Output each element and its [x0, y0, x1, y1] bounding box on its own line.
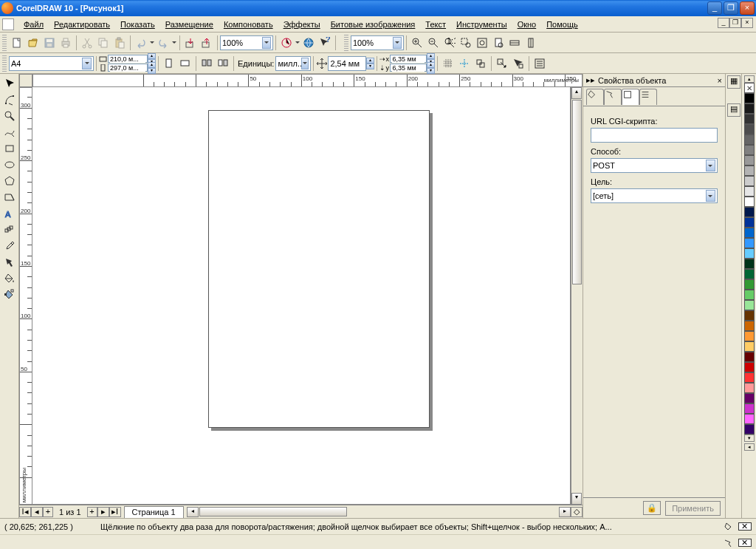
pages-current-button[interactable]	[215, 55, 231, 72]
toolbar-handle-2[interactable]	[344, 35, 348, 51]
color-swatch-32[interactable]	[744, 424, 755, 434]
redo-dropdown[interactable]	[171, 35, 177, 51]
menu-file[interactable]: Файл	[18, 18, 49, 30]
zoom-fit-button[interactable]	[474, 35, 490, 51]
toolbar-handle[interactable]	[2, 35, 7, 51]
docker-title-bar[interactable]: ▸▸ Свойства объекта ×	[583, 74, 725, 87]
new-button[interactable]	[9, 35, 25, 51]
minimize-button[interactable]: _	[707, 1, 722, 15]
menu-view[interactable]: Показать	[115, 18, 160, 30]
menu-tools[interactable]: Инструменты	[451, 18, 512, 30]
ruler-origin[interactable]	[19, 74, 32, 87]
scroll-up-button[interactable]: ▴	[571, 87, 582, 99]
v-scroll-thumb[interactable]	[572, 100, 582, 284]
portrait-button[interactable]	[161, 55, 177, 72]
paper-size-arrow[interactable]	[82, 58, 92, 69]
color-swatch-16[interactable]	[744, 259, 755, 269]
color-swatch-17[interactable]	[744, 269, 755, 279]
zoom-selection-button[interactable]	[458, 35, 474, 51]
no-color-swatch[interactable]	[744, 83, 755, 93]
docker-tab-web[interactable]	[622, 89, 639, 105]
first-page-button[interactable]: I◂	[19, 507, 31, 517]
landscape-button[interactable]	[177, 55, 193, 72]
cut-button[interactable]	[79, 35, 95, 51]
menu-arrange[interactable]: Компоновать	[219, 18, 278, 30]
color-swatch-31[interactable]	[744, 414, 755, 424]
palette-up-button[interactable]: ▴	[744, 75, 755, 83]
snap-guides-button[interactable]	[456, 55, 472, 72]
vertical-ruler[interactable]: миллиметры 50100150200250300	[19, 87, 32, 505]
horizontal-ruler[interactable]: миллиметры 50100150200250300350	[32, 74, 583, 87]
color-swatch-4[interactable]	[744, 134, 755, 145]
color-swatch-27[interactable]	[744, 372, 755, 383]
prev-page-button[interactable]: ◂	[31, 507, 43, 517]
target-combo[interactable]	[591, 188, 718, 203]
next-page-button[interactable]: ▸	[97, 507, 109, 517]
nudge-field[interactable]	[328, 56, 366, 71]
pick-tool[interactable]	[1, 75, 18, 92]
color-swatch-11[interactable]	[744, 207, 755, 217]
save-button[interactable]	[41, 35, 58, 51]
interactive-fill-tool[interactable]	[1, 287, 18, 303]
color-swatch-1[interactable]	[744, 103, 755, 114]
scroll-down-button[interactable]: ▾	[571, 493, 582, 505]
url-input[interactable]	[591, 128, 718, 143]
scroll-right-button[interactable]: ▸	[559, 507, 571, 517]
fill-none-indicator[interactable]: ✕	[738, 522, 752, 531]
copy-button[interactable]	[95, 35, 111, 51]
zoom-page-button[interactable]	[490, 35, 506, 51]
method-arrow[interactable]	[706, 160, 715, 171]
docker-tab-outline[interactable]	[604, 89, 622, 105]
docker-sidetab-2[interactable]: ▤	[727, 103, 740, 117]
color-swatch-10[interactable]	[744, 197, 755, 207]
units-arrow[interactable]	[301, 58, 309, 69]
apply-button[interactable]: Применить	[665, 501, 721, 516]
color-swatch-8[interactable]	[744, 176, 755, 186]
undo-button[interactable]	[133, 35, 149, 51]
rectangle-tool[interactable]	[1, 140, 18, 157]
page-height-field[interactable]	[108, 64, 148, 72]
color-swatch-19[interactable]	[744, 290, 755, 300]
drawing-canvas[interactable]	[32, 87, 571, 505]
color-swatch-2[interactable]	[744, 114, 755, 124]
open-button[interactable]	[25, 35, 41, 51]
zoom-out-button[interactable]	[425, 35, 441, 51]
docker-sidetab-1[interactable]: ▦	[727, 75, 740, 89]
method-combo[interactable]	[591, 158, 718, 173]
docker-close-button[interactable]: ×	[718, 76, 722, 85]
palette-down-button[interactable]: ▾	[744, 434, 755, 442]
page-height-spinner[interactable]: ▴▾	[148, 62, 156, 74]
target-arrow[interactable]	[706, 190, 715, 202]
close-button[interactable]: ×	[740, 1, 755, 15]
color-swatch-12[interactable]	[744, 217, 755, 228]
doc-minimize-button[interactable]: _	[718, 18, 729, 28]
color-swatch-3[interactable]	[744, 124, 755, 134]
color-swatch-28[interactable]	[744, 383, 755, 393]
paper-size-combo[interactable]	[9, 56, 94, 71]
units-combo[interactable]	[275, 56, 311, 71]
outline-none-indicator[interactable]: ✕	[738, 539, 752, 547]
palette-flyout-button[interactable]: ◂	[744, 443, 755, 451]
scroll-left-button[interactable]: ◂	[187, 507, 199, 517]
dup-x-field[interactable]	[390, 55, 427, 63]
draw-complex-button[interactable]	[510, 55, 526, 72]
shape-tool[interactable]	[1, 92, 18, 108]
color-swatch-7[interactable]	[744, 166, 755, 176]
last-page-button[interactable]: ▸I	[109, 507, 121, 517]
h-scroll-thumb[interactable]	[199, 507, 347, 516]
color-swatch-24[interactable]	[744, 341, 755, 352]
ellipse-tool[interactable]	[1, 157, 18, 173]
docker-tab-fill[interactable]	[586, 89, 604, 105]
paper-size-input[interactable]	[11, 59, 82, 68]
doc-close-button[interactable]: ×	[741, 18, 753, 28]
treat-as-filled-button[interactable]	[494, 55, 510, 72]
color-swatch-14[interactable]	[744, 238, 755, 248]
menu-help[interactable]: Помощь	[541, 18, 583, 30]
vertical-scrollbar[interactable]: ▴ ▾	[571, 87, 583, 505]
polygon-tool[interactable]	[1, 173, 18, 189]
zoom-width-button[interactable]	[506, 35, 523, 51]
menu-layout[interactable]: Размещение	[160, 18, 219, 30]
import-button[interactable]	[182, 35, 199, 51]
color-swatch-18[interactable]	[744, 279, 755, 290]
zoom-actual-button[interactable]: 1:1	[441, 35, 458, 51]
